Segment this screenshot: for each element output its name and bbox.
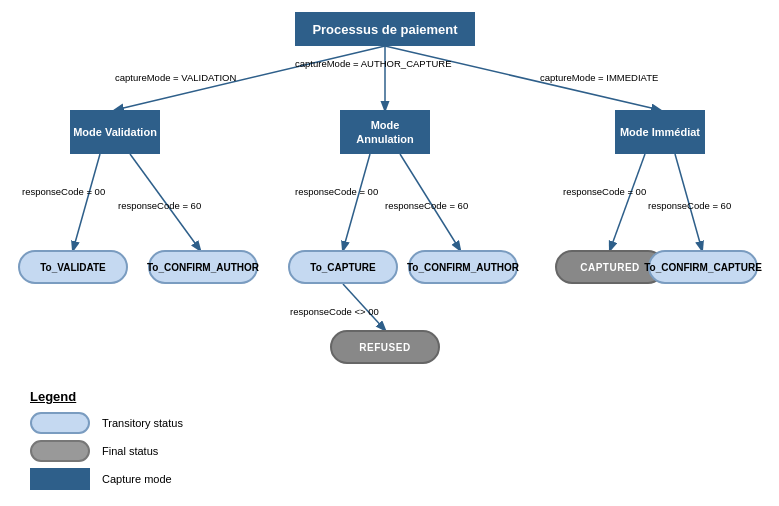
to-confirm-author2-label: To_CONFIRM_AUTHOR <box>407 262 519 273</box>
to-confirm-capture-label: To_CONFIRM_CAPTURE <box>644 262 762 273</box>
mode-validation-node: Mode Validation <box>70 110 160 154</box>
mode-immediat-label: Mode Immédiat <box>620 125 700 139</box>
refused-node: REFUSED <box>330 330 440 364</box>
label-rc00-2: responseCode = 00 <box>295 186 378 197</box>
diagram-container: Processus de paiement captureMode = VALI… <box>0 0 779 380</box>
captured-label: CAPTURED <box>580 262 640 273</box>
label-annulation: captureMode = AUTHOR_CAPTURE <box>295 58 452 69</box>
mode-validation-label: Mode Validation <box>73 125 157 139</box>
label-validation: captureMode = VALIDATION <box>115 72 236 83</box>
legend: Legend Transitory status Final status Ca… <box>30 389 350 496</box>
mode-annulation-node: Mode Annulation <box>340 110 430 154</box>
root-label: Processus de paiement <box>312 22 457 37</box>
svg-line-5 <box>343 154 370 250</box>
to-capture-node: To_CAPTURE <box>288 250 398 284</box>
to-validate-label: To_VALIDATE <box>40 262 106 273</box>
legend-item-transitory: Transitory status <box>30 412 350 434</box>
svg-line-7 <box>610 154 645 250</box>
to-confirm-author1-label: To_CONFIRM_AUTHOR <box>147 262 259 273</box>
to-confirm-author2-node: To_CONFIRM_AUTHOR <box>408 250 518 284</box>
mode-annulation-label: Mode Annulation <box>342 118 428 147</box>
legend-transitory-label: Transitory status <box>102 417 183 429</box>
legend-capture-icon <box>30 468 90 490</box>
legend-capture-label: Capture mode <box>102 473 172 485</box>
label-rc60-2: responseCode = 60 <box>385 200 468 211</box>
label-rc00-1: responseCode = 00 <box>22 186 105 197</box>
to-confirm-capture-node: To_CONFIRM_CAPTURE <box>648 250 758 284</box>
diagram-svg <box>0 0 779 380</box>
legend-title: Legend <box>30 389 350 404</box>
label-immediat: captureMode = IMMEDIATE <box>540 72 658 83</box>
root-node: Processus de paiement <box>295 12 475 46</box>
to-confirm-author1-node: To_CONFIRM_AUTHOR <box>148 250 258 284</box>
to-capture-label: To_CAPTURE <box>310 262 375 273</box>
refused-label: REFUSED <box>359 342 410 353</box>
label-refused: responseCode <> 00 <box>290 306 379 317</box>
label-rc60-3: responseCode = 60 <box>648 200 731 211</box>
label-rc60-1: responseCode = 60 <box>118 200 201 211</box>
legend-item-final: Final status <box>30 440 350 462</box>
label-rc00-3: responseCode = 00 <box>563 186 646 197</box>
mode-immediat-node: Mode Immédiat <box>615 110 705 154</box>
svg-line-3 <box>73 154 100 250</box>
to-validate-node: To_VALIDATE <box>18 250 128 284</box>
legend-transitory-icon <box>30 412 90 434</box>
legend-final-label: Final status <box>102 445 158 457</box>
legend-item-capture: Capture mode <box>30 468 350 490</box>
legend-final-icon <box>30 440 90 462</box>
